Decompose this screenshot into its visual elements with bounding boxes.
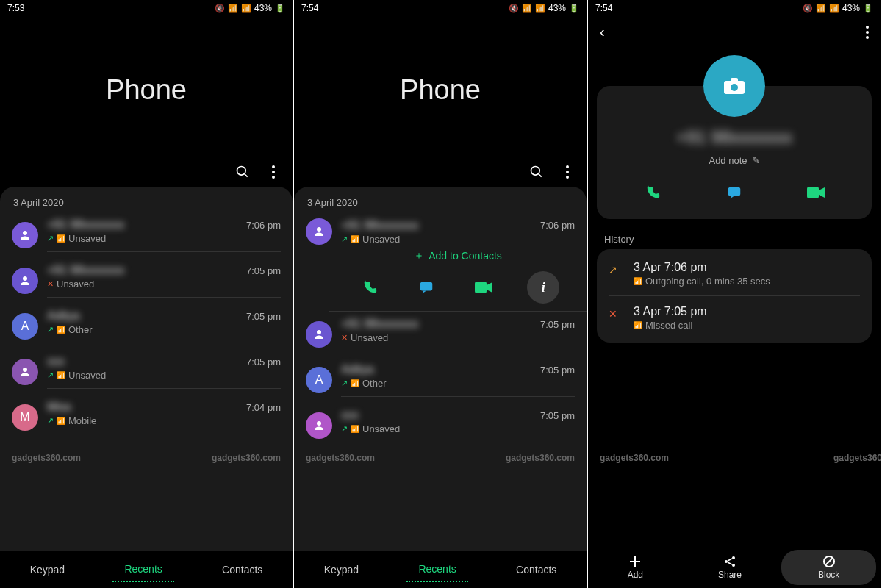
contact-name: +91 98xxxxxxx	[47, 264, 124, 277]
avatar-initial: M	[20, 411, 29, 424]
status-bar: 7:53 🔇 📶 📶 43% 🔋	[0, 0, 293, 16]
svg-point-2	[272, 165, 275, 168]
detail-bottom-bar: Add Share Block	[588, 547, 881, 588]
history-row[interactable]: ✕ 3 Apr 7:05 pm 📶Missed call	[609, 295, 860, 340]
list-item[interactable]: +91 98xxxxxxx7:05 pm ✕Unsaved	[0, 258, 293, 304]
svg-rect-15	[475, 282, 487, 293]
svg-point-7	[23, 368, 27, 372]
nav-contacts[interactable]: Contacts	[504, 558, 568, 581]
svg-point-23	[731, 84, 738, 91]
list-item[interactable]: M Miss7:04 pm ↗📶Mobile	[0, 395, 293, 440]
history-time: 3 Apr 7:06 pm	[634, 261, 860, 274]
header: Phone	[0, 16, 293, 163]
list-item-expanded[interactable]: +91 98xxxxxxx7:06 pm ↗📶Unsaved	[294, 212, 587, 245]
svg-point-3	[272, 171, 275, 173]
nav-contacts[interactable]: Contacts	[210, 558, 274, 581]
block-button[interactable]: Block	[781, 550, 876, 585]
avatar	[12, 268, 38, 294]
nav-keypad[interactable]: Keypad	[18, 558, 76, 581]
add-button[interactable]: Add	[588, 547, 683, 588]
outgoing-call-icon: ↗	[47, 416, 54, 426]
call-time: 7:04 pm	[246, 402, 281, 413]
call-button[interactable]	[639, 179, 666, 206]
avatar	[306, 412, 332, 439]
svg-point-20	[866, 36, 869, 39]
svg-point-16	[317, 330, 321, 334]
more-icon[interactable]	[866, 26, 869, 39]
list-item[interactable]: +91 98xxxxxxx7:05 pm ✕Unsaved	[294, 312, 587, 357]
missed-call-icon: ✕	[609, 308, 623, 320]
more-icon[interactable]	[559, 163, 576, 181]
history-row[interactable]: ↗ 3 Apr 7:06 pm 📶Outgoing call, 0 mins 3…	[609, 252, 860, 295]
svg-rect-24	[728, 187, 741, 196]
call-time: 7:06 pm	[540, 220, 575, 231]
nav-keypad[interactable]: Keypad	[312, 558, 370, 581]
svg-line-32	[728, 562, 732, 564]
toolbar	[0, 163, 293, 187]
battery-text: 43%	[842, 3, 860, 13]
battery-icon: 🔋	[569, 4, 579, 13]
pencil-icon: ✎	[752, 155, 760, 166]
status-right: 🔇 📶 📶 43% 🔋	[215, 3, 285, 13]
history-label: History	[588, 226, 881, 249]
call-time: 7:06 pm	[246, 220, 281, 231]
wifi-icon: 📶	[816, 4, 826, 13]
call-time: 7:05 pm	[246, 356, 281, 368]
add-to-contacts-button[interactable]: ＋Add to Contacts	[341, 249, 575, 262]
svg-point-18	[866, 26, 869, 29]
history-time: 3 Apr 7:05 pm	[634, 305, 860, 318]
more-icon[interactable]	[265, 163, 282, 181]
contact-name: +91 98xxxxxxx	[341, 219, 418, 232]
avatar-camera[interactable]	[703, 55, 765, 117]
svg-point-19	[866, 31, 869, 34]
svg-line-31	[728, 559, 732, 561]
list-item[interactable]: A Aditya7:05 pm ↗📶Other	[0, 304, 293, 349]
status-time: 7:54	[595, 3, 612, 13]
history-detail: Missed call	[645, 320, 692, 331]
contact-label: Unsaved	[68, 370, 106, 381]
search-icon[interactable]	[528, 163, 545, 181]
watermark: gadgets360.com	[506, 453, 575, 463]
screen-recents-expanded: 7:54 🔇 📶 📶 43% 🔋 Phone 3 April 2020 +91 …	[294, 0, 587, 588]
screen-contact-detail: 7:54 🔇 📶 📶 43% 🔋 ‹ +91 98xxxxxxx Add not…	[588, 0, 881, 588]
info-button[interactable]: i	[527, 271, 559, 304]
add-note-button[interactable]: Add note✎	[612, 155, 857, 166]
svg-line-1	[245, 174, 248, 177]
status-bar: 7:54 🔇 📶 📶 43% 🔋	[588, 0, 881, 16]
missed-call-icon: ✕	[341, 333, 348, 343]
list-item[interactable]: A Aditya7:05 pm ↗📶Other	[294, 357, 587, 403]
screen-recents: 7:53 🔇 📶 📶 43% 🔋 Phone 3 April 2020 +91 …	[0, 0, 293, 588]
date-header: 3 April 2020	[0, 187, 293, 212]
status-right: 🔇 📶 📶 43% 🔋	[803, 3, 873, 13]
call-button[interactable]	[356, 274, 383, 301]
svg-point-10	[566, 165, 569, 168]
contact-name: +91 98xxxxxxx	[341, 318, 418, 331]
list-item[interactable]: xxx7:05 pm ↗📶Unsaved	[0, 349, 293, 395]
share-button[interactable]: Share	[683, 547, 778, 588]
search-icon[interactable]	[234, 163, 251, 181]
contact-actions	[612, 179, 857, 206]
message-button[interactable]	[721, 179, 747, 206]
back-button[interactable]: ‹	[600, 24, 605, 40]
wifi-call-icon: 📶	[351, 235, 359, 243]
message-button[interactable]	[413, 274, 440, 301]
svg-rect-14	[420, 282, 433, 291]
detail-header: ‹	[588, 16, 881, 48]
mute-icon: 🔇	[215, 4, 225, 13]
nav-recents[interactable]: Recents	[406, 557, 467, 582]
svg-point-29	[725, 560, 728, 563]
contact-name: xxx	[47, 355, 65, 368]
nav-recents[interactable]: Recents	[112, 557, 173, 582]
list-item[interactable]: xxx7:05 pm ↗📶Unsaved	[294, 403, 587, 448]
contact-label: Unsaved	[351, 332, 388, 343]
page-title: Phone	[400, 74, 481, 106]
list-item[interactable]: +91 98xxxxxxx7:06 pm ↗📶Unsaved	[0, 212, 293, 258]
video-call-button[interactable]	[470, 274, 497, 301]
outgoing-call-icon: ↗	[609, 264, 623, 276]
svg-point-4	[272, 176, 275, 179]
wifi-call-icon: 📶	[351, 379, 359, 387]
wifi-call-icon: 📶	[57, 417, 65, 425]
avatar: A	[12, 313, 38, 340]
wifi-call-icon: 📶	[57, 234, 65, 243]
video-call-button[interactable]	[803, 179, 829, 206]
